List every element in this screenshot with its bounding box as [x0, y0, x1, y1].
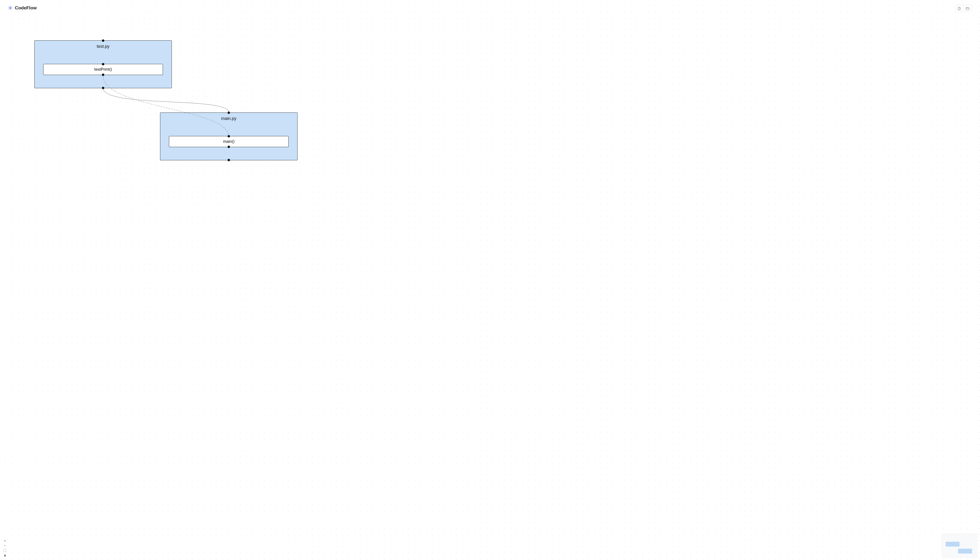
node-handle-top[interactable] [228, 112, 230, 114]
node-handle-top[interactable] [102, 39, 104, 42]
minimap-node-main-py [958, 549, 972, 553]
app-logo-icon [8, 6, 13, 10]
toolbar [955, 5, 972, 12]
node-main-py[interactable]: main.py main() [160, 112, 298, 160]
subnode-testprint[interactable]: testPrint() [43, 64, 163, 75]
open-button[interactable] [963, 5, 972, 12]
subnode-handle-bottom[interactable] [228, 146, 230, 148]
canvas[interactable]: CodeFlow test.py testPrint() [0, 0, 980, 560]
app-header: CodeFlow [8, 5, 37, 10]
minimap-node-test-py [946, 542, 960, 547]
subnode-handle-bottom[interactable] [102, 73, 104, 76]
subnode-handle-top[interactable] [228, 135, 230, 137]
zoom-controls: + − [2, 538, 7, 558]
minimap[interactable] [942, 533, 978, 558]
subnode-label: testPrint() [94, 67, 112, 72]
plus-icon: + [4, 539, 6, 542]
node-handle-bottom[interactable] [102, 87, 104, 89]
subnode-handle-top[interactable] [102, 63, 104, 65]
minus-icon: − [4, 544, 6, 547]
fit-view-button[interactable] [2, 548, 7, 553]
fit-view-icon [3, 549, 6, 552]
edge-file1-file2 [103, 88, 229, 112]
lock-button[interactable] [2, 553, 7, 558]
save-file-icon [957, 7, 961, 10]
subnode-label: main() [223, 139, 235, 144]
svg-point-0 [10, 7, 11, 8]
app-title: CodeFlow [15, 5, 37, 10]
save-button[interactable] [955, 5, 963, 12]
zoom-out-button[interactable]: − [2, 543, 7, 548]
node-title: test.py [35, 41, 171, 52]
node-handle-bottom[interactable] [228, 159, 230, 161]
node-title: main.py [160, 113, 297, 124]
zoom-in-button[interactable]: + [2, 538, 7, 543]
subnode-main[interactable]: main() [169, 136, 289, 147]
node-test-py[interactable]: test.py testPrint() [34, 40, 172, 88]
lock-icon [3, 554, 6, 557]
svg-rect-3 [4, 555, 5, 557]
folder-open-icon [966, 7, 969, 10]
